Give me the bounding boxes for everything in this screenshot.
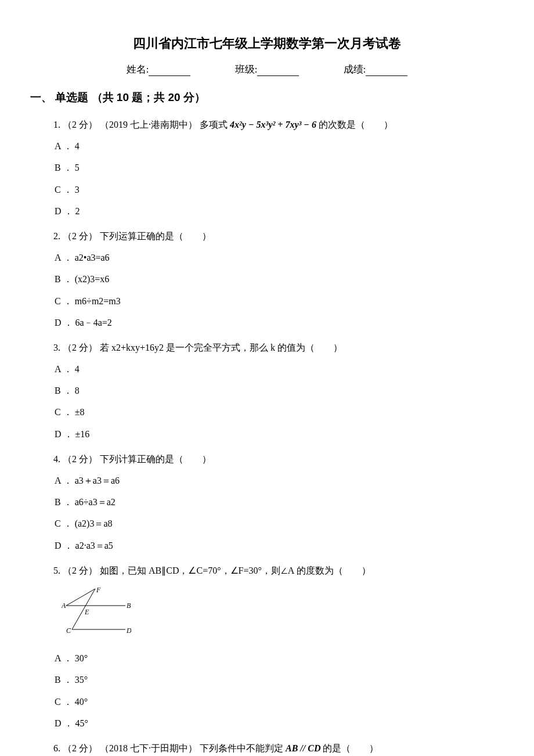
- question-6: 6. （2 分） （2018 七下·于田期中） 下列条件中不能判定 AB // …: [53, 738, 499, 756]
- question-text: 下列运算正确的是（ ）: [100, 231, 211, 241]
- question-stem: 4. （2 分） 下列计算正确的是（ ）: [53, 449, 499, 469]
- option-c: C ． ±8: [53, 402, 499, 422]
- score-field: 成绩:: [344, 63, 408, 76]
- option-c: C ． (a2)3＝a8: [53, 513, 499, 534]
- svg-line-3: [72, 589, 95, 629]
- options: A ． a3＋a3＝a6 B ． a6÷a3＝a2 C ． (a2)3＝a8 D…: [53, 470, 499, 556]
- options: A ． 30° B ． 35° C ． 40° D ． 45°: [53, 648, 499, 733]
- name-blank: [149, 75, 190, 76]
- option-d: D ． a2·a3＝a5: [53, 535, 499, 556]
- name-field: 姓名:: [127, 63, 191, 76]
- option-b: B ． (x2)3=x6: [53, 269, 499, 289]
- student-info-line: 姓名: 班级: 成绩:: [35, 63, 499, 76]
- option-d: D ． 6a﹣4a=2: [53, 312, 499, 333]
- option-a: A ． 4: [53, 359, 499, 379]
- class-field: 班级:: [235, 63, 300, 76]
- question-stem: 2. （2 分） 下列运算正确的是（ ）: [53, 226, 499, 246]
- class-blank: [257, 75, 299, 76]
- question-text: 下列计算正确的是（ ）: [100, 454, 211, 464]
- question-text: 若 x2+kxy+16y2 是一个完全平方式，那么 k 的值为（ ）: [100, 343, 342, 352]
- option-d: D ． ±16: [53, 424, 499, 444]
- option-b: B ． 35°: [53, 669, 499, 690]
- polynomial-formula: 4x²y − 5x³y² + 7xy³ − 6: [230, 120, 316, 129]
- option-b: B ． a6÷a3＝a2: [53, 492, 499, 512]
- question-5: 5. （2 分） 如图，已知 AB∥CD，∠C=70°，∠F=30°，则∠A 的…: [53, 560, 499, 733]
- option-c: C ． 3: [53, 179, 499, 200]
- question-number: 5.: [53, 566, 60, 575]
- question-1: 1. （2 分） （2019 七上·港南期中） 多项式 4x²y − 5x³y²…: [53, 114, 499, 221]
- option-d: D ． 45°: [53, 713, 499, 733]
- option-a: A ． a3＋a3＝a6: [53, 470, 499, 491]
- svg-text:D: D: [126, 627, 131, 635]
- question-number: 3.: [53, 343, 60, 352]
- option-a: A ． 30°: [53, 648, 499, 668]
- score-blank: [366, 75, 407, 76]
- question-points: （2 分）: [63, 566, 98, 575]
- question-text-a: 下列条件中不能判定: [200, 743, 286, 753]
- svg-text:A: A: [62, 602, 66, 610]
- geometry-diagram: A B C D E F: [62, 585, 131, 638]
- page-title: 四川省内江市七年级上学期数学第一次月考试卷: [35, 35, 499, 52]
- score-label: 成绩:: [344, 64, 366, 75]
- question-points: （2 分）: [63, 743, 98, 753]
- question-3: 3. （2 分） 若 x2+kxy+16y2 是一个完全平方式，那么 k 的值为…: [53, 337, 499, 444]
- name-label: 姓名:: [127, 64, 149, 75]
- question-stem: 3. （2 分） 若 x2+kxy+16y2 是一个完全平方式，那么 k 的值为…: [53, 337, 499, 358]
- section-heading: 一、 单选题 （共 10 题；共 20 分）: [30, 90, 499, 105]
- svg-text:B: B: [127, 602, 131, 610]
- svg-text:F: F: [96, 586, 101, 594]
- question-number: 2.: [53, 231, 60, 241]
- question-stem: 1. （2 分） （2019 七上·港南期中） 多项式 4x²y − 5x³y²…: [53, 114, 499, 135]
- option-c: C ． 40°: [53, 692, 499, 712]
- question-text: 如图，已知 AB∥CD，∠C=70°，∠F=30°，则∠A 的度数为（ ）: [100, 566, 371, 575]
- question-points: （2 分）: [63, 454, 98, 464]
- question-stem: 6. （2 分） （2018 七下·于田期中） 下列条件中不能判定 AB // …: [53, 738, 499, 756]
- class-label: 班级:: [235, 64, 258, 75]
- question-number: 1.: [53, 120, 60, 129]
- option-d: D ． 2: [53, 201, 499, 221]
- question-source: （2018 七下·于田期中）: [100, 743, 197, 753]
- question-text-b: 的次数是（ ）: [316, 120, 393, 129]
- question-2: 2. （2 分） 下列运算正确的是（ ） A ． a2•a3=a6 B ． (x…: [53, 226, 499, 333]
- question-text-b: 的是（ ）: [320, 743, 378, 753]
- options: A ． 4 B ． 5 C ． 3 D ． 2: [53, 136, 499, 221]
- question-points: （2 分）: [63, 343, 98, 352]
- question-number: 4.: [53, 454, 60, 464]
- option-b: B ． 8: [53, 380, 499, 401]
- question-points: （2 分）: [63, 120, 98, 129]
- options: A ． a2•a3=a6 B ． (x2)3=x6 C ． m6÷m2=m3 D…: [53, 247, 499, 333]
- option-a: A ． 4: [53, 136, 499, 156]
- option-b: B ． 5: [53, 157, 499, 178]
- question-text-a: 多项式: [200, 120, 230, 129]
- option-c: C ． m6÷m2=m3: [53, 291, 499, 311]
- question-number: 6.: [53, 743, 60, 753]
- svg-line-2: [66, 589, 95, 606]
- svg-text:E: E: [84, 608, 89, 616]
- options: A ． 4 B ． 8 C ． ±8 D ． ±16: [53, 359, 499, 444]
- question-stem: 5. （2 分） 如图，已知 AB∥CD，∠C=70°，∠F=30°，则∠A 的…: [53, 560, 499, 581]
- svg-text:C: C: [66, 627, 71, 635]
- question-4: 4. （2 分） 下列计算正确的是（ ） A ． a3＋a3＝a6 B ． a6…: [53, 449, 499, 556]
- question-source: （2019 七上·港南期中）: [100, 120, 197, 129]
- option-a: A ． a2•a3=a6: [53, 247, 499, 268]
- question-points: （2 分）: [63, 231, 98, 241]
- parallel-formula: AB // CD: [286, 743, 320, 753]
